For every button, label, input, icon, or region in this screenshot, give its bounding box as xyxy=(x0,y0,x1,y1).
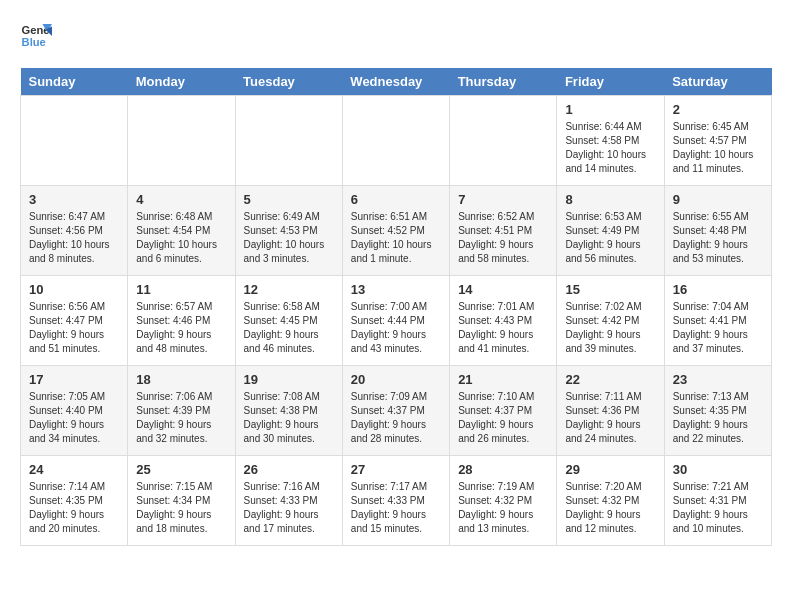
calendar-table: SundayMondayTuesdayWednesdayThursdayFrid… xyxy=(20,68,772,546)
day-info: Sunrise: 6:51 AM Sunset: 4:52 PM Dayligh… xyxy=(351,210,441,266)
day-info: Sunrise: 6:47 AM Sunset: 4:56 PM Dayligh… xyxy=(29,210,119,266)
day-number: 28 xyxy=(458,462,548,477)
day-number: 25 xyxy=(136,462,226,477)
day-cell: 8Sunrise: 6:53 AM Sunset: 4:49 PM Daylig… xyxy=(557,186,664,276)
day-cell: 6Sunrise: 6:51 AM Sunset: 4:52 PM Daylig… xyxy=(342,186,449,276)
day-cell: 14Sunrise: 7:01 AM Sunset: 4:43 PM Dayli… xyxy=(450,276,557,366)
day-cell: 13Sunrise: 7:00 AM Sunset: 4:44 PM Dayli… xyxy=(342,276,449,366)
header-saturday: Saturday xyxy=(664,68,771,96)
day-info: Sunrise: 7:01 AM Sunset: 4:43 PM Dayligh… xyxy=(458,300,548,356)
day-info: Sunrise: 6:49 AM Sunset: 4:53 PM Dayligh… xyxy=(244,210,334,266)
day-cell: 29Sunrise: 7:20 AM Sunset: 4:32 PM Dayli… xyxy=(557,456,664,546)
day-cell xyxy=(450,96,557,186)
header-monday: Monday xyxy=(128,68,235,96)
svg-text:Blue: Blue xyxy=(22,36,46,48)
day-cell: 24Sunrise: 7:14 AM Sunset: 4:35 PM Dayli… xyxy=(21,456,128,546)
day-info: Sunrise: 7:02 AM Sunset: 4:42 PM Dayligh… xyxy=(565,300,655,356)
day-number: 22 xyxy=(565,372,655,387)
day-info: Sunrise: 7:21 AM Sunset: 4:31 PM Dayligh… xyxy=(673,480,763,536)
day-info: Sunrise: 7:19 AM Sunset: 4:32 PM Dayligh… xyxy=(458,480,548,536)
day-cell: 27Sunrise: 7:17 AM Sunset: 4:33 PM Dayli… xyxy=(342,456,449,546)
day-cell xyxy=(128,96,235,186)
day-cell: 2Sunrise: 6:45 AM Sunset: 4:57 PM Daylig… xyxy=(664,96,771,186)
day-cell: 25Sunrise: 7:15 AM Sunset: 4:34 PM Dayli… xyxy=(128,456,235,546)
day-number: 7 xyxy=(458,192,548,207)
day-info: Sunrise: 6:45 AM Sunset: 4:57 PM Dayligh… xyxy=(673,120,763,176)
day-cell xyxy=(21,96,128,186)
day-number: 5 xyxy=(244,192,334,207)
day-number: 11 xyxy=(136,282,226,297)
day-cell: 3Sunrise: 6:47 AM Sunset: 4:56 PM Daylig… xyxy=(21,186,128,276)
day-cell: 1Sunrise: 6:44 AM Sunset: 4:58 PM Daylig… xyxy=(557,96,664,186)
day-info: Sunrise: 6:53 AM Sunset: 4:49 PM Dayligh… xyxy=(565,210,655,266)
calendar-header-row: SundayMondayTuesdayWednesdayThursdayFrid… xyxy=(21,68,772,96)
day-number: 16 xyxy=(673,282,763,297)
header: General Blue xyxy=(20,20,772,52)
day-number: 27 xyxy=(351,462,441,477)
week-row-5: 24Sunrise: 7:14 AM Sunset: 4:35 PM Dayli… xyxy=(21,456,772,546)
day-cell: 16Sunrise: 7:04 AM Sunset: 4:41 PM Dayli… xyxy=(664,276,771,366)
day-info: Sunrise: 6:48 AM Sunset: 4:54 PM Dayligh… xyxy=(136,210,226,266)
day-number: 19 xyxy=(244,372,334,387)
week-row-3: 10Sunrise: 6:56 AM Sunset: 4:47 PM Dayli… xyxy=(21,276,772,366)
day-cell: 20Sunrise: 7:09 AM Sunset: 4:37 PM Dayli… xyxy=(342,366,449,456)
day-info: Sunrise: 7:04 AM Sunset: 4:41 PM Dayligh… xyxy=(673,300,763,356)
day-cell: 7Sunrise: 6:52 AM Sunset: 4:51 PM Daylig… xyxy=(450,186,557,276)
header-sunday: Sunday xyxy=(21,68,128,96)
day-number: 24 xyxy=(29,462,119,477)
calendar-body: 1Sunrise: 6:44 AM Sunset: 4:58 PM Daylig… xyxy=(21,96,772,546)
day-info: Sunrise: 6:58 AM Sunset: 4:45 PM Dayligh… xyxy=(244,300,334,356)
day-number: 15 xyxy=(565,282,655,297)
header-thursday: Thursday xyxy=(450,68,557,96)
day-cell xyxy=(342,96,449,186)
day-cell: 9Sunrise: 6:55 AM Sunset: 4:48 PM Daylig… xyxy=(664,186,771,276)
day-cell: 23Sunrise: 7:13 AM Sunset: 4:35 PM Dayli… xyxy=(664,366,771,456)
day-info: Sunrise: 7:11 AM Sunset: 4:36 PM Dayligh… xyxy=(565,390,655,446)
day-cell: 11Sunrise: 6:57 AM Sunset: 4:46 PM Dayli… xyxy=(128,276,235,366)
logo: General Blue xyxy=(20,20,52,52)
day-number: 9 xyxy=(673,192,763,207)
day-number: 8 xyxy=(565,192,655,207)
day-info: Sunrise: 6:55 AM Sunset: 4:48 PM Dayligh… xyxy=(673,210,763,266)
day-info: Sunrise: 7:08 AM Sunset: 4:38 PM Dayligh… xyxy=(244,390,334,446)
day-info: Sunrise: 7:06 AM Sunset: 4:39 PM Dayligh… xyxy=(136,390,226,446)
day-cell: 18Sunrise: 7:06 AM Sunset: 4:39 PM Dayli… xyxy=(128,366,235,456)
day-info: Sunrise: 6:44 AM Sunset: 4:58 PM Dayligh… xyxy=(565,120,655,176)
day-cell xyxy=(235,96,342,186)
day-number: 12 xyxy=(244,282,334,297)
day-info: Sunrise: 7:00 AM Sunset: 4:44 PM Dayligh… xyxy=(351,300,441,356)
day-cell: 10Sunrise: 6:56 AM Sunset: 4:47 PM Dayli… xyxy=(21,276,128,366)
day-number: 17 xyxy=(29,372,119,387)
day-cell: 22Sunrise: 7:11 AM Sunset: 4:36 PM Dayli… xyxy=(557,366,664,456)
day-info: Sunrise: 7:17 AM Sunset: 4:33 PM Dayligh… xyxy=(351,480,441,536)
day-number: 4 xyxy=(136,192,226,207)
day-info: Sunrise: 7:15 AM Sunset: 4:34 PM Dayligh… xyxy=(136,480,226,536)
day-cell: 4Sunrise: 6:48 AM Sunset: 4:54 PM Daylig… xyxy=(128,186,235,276)
day-number: 2 xyxy=(673,102,763,117)
logo-icon: General Blue xyxy=(20,20,52,52)
week-row-2: 3Sunrise: 6:47 AM Sunset: 4:56 PM Daylig… xyxy=(21,186,772,276)
day-info: Sunrise: 7:05 AM Sunset: 4:40 PM Dayligh… xyxy=(29,390,119,446)
day-info: Sunrise: 7:13 AM Sunset: 4:35 PM Dayligh… xyxy=(673,390,763,446)
day-number: 30 xyxy=(673,462,763,477)
day-info: Sunrise: 7:14 AM Sunset: 4:35 PM Dayligh… xyxy=(29,480,119,536)
day-number: 10 xyxy=(29,282,119,297)
day-number: 14 xyxy=(458,282,548,297)
day-number: 20 xyxy=(351,372,441,387)
day-number: 6 xyxy=(351,192,441,207)
day-number: 3 xyxy=(29,192,119,207)
day-cell: 15Sunrise: 7:02 AM Sunset: 4:42 PM Dayli… xyxy=(557,276,664,366)
day-info: Sunrise: 7:10 AM Sunset: 4:37 PM Dayligh… xyxy=(458,390,548,446)
day-number: 21 xyxy=(458,372,548,387)
day-info: Sunrise: 6:57 AM Sunset: 4:46 PM Dayligh… xyxy=(136,300,226,356)
day-number: 26 xyxy=(244,462,334,477)
day-info: Sunrise: 7:20 AM Sunset: 4:32 PM Dayligh… xyxy=(565,480,655,536)
day-number: 1 xyxy=(565,102,655,117)
day-cell: 19Sunrise: 7:08 AM Sunset: 4:38 PM Dayli… xyxy=(235,366,342,456)
day-cell: 21Sunrise: 7:10 AM Sunset: 4:37 PM Dayli… xyxy=(450,366,557,456)
header-tuesday: Tuesday xyxy=(235,68,342,96)
day-info: Sunrise: 7:09 AM Sunset: 4:37 PM Dayligh… xyxy=(351,390,441,446)
day-info: Sunrise: 6:52 AM Sunset: 4:51 PM Dayligh… xyxy=(458,210,548,266)
day-number: 23 xyxy=(673,372,763,387)
day-cell: 17Sunrise: 7:05 AM Sunset: 4:40 PM Dayli… xyxy=(21,366,128,456)
